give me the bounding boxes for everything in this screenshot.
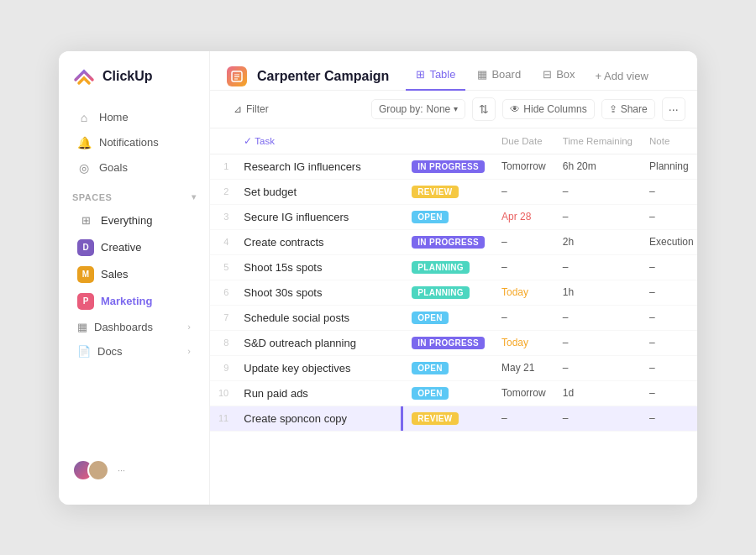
note-value: – (649, 412, 655, 424)
sidebar-item-everything[interactable]: ⊞ Everything (64, 207, 204, 234)
due-date-value: Tomorrow (501, 387, 546, 399)
table-row[interactable]: 7 Schedule social posts OPEN – – – (210, 305, 697, 330)
due-date-value: – (501, 236, 507, 248)
table-row[interactable]: 10 Run paid ads OPEN Tomorrow 1d – (210, 380, 697, 406)
main-content: Carpenter Campaign ⊞ Table ▦ Board ⊟ Box… (210, 51, 697, 505)
task-name-cell[interactable]: Research IG influencers (235, 154, 403, 179)
spaces-section: Spaces ▾ (59, 181, 209, 207)
due-date-value: Tomorrow (501, 160, 546, 172)
sidebar-item-sales[interactable]: M Sales (64, 261, 204, 288)
task-name-cell[interactable]: S&D outreach planning (235, 330, 403, 355)
status-cell[interactable]: PLANNING (403, 254, 493, 280)
row-num: 10 (210, 380, 235, 406)
task-name-cell[interactable]: Update key objectives (235, 355, 403, 380)
task-name-cell[interactable]: Set budget (235, 179, 403, 204)
time-remaining-cell: – (554, 355, 641, 380)
more-button[interactable]: ··· (662, 97, 685, 121)
sidebar-item-goals[interactable]: ◎ Goals (64, 155, 204, 181)
sort-button[interactable]: ⇅ (472, 97, 496, 121)
status-cell[interactable]: OPEN (403, 355, 493, 380)
status-cell[interactable]: PLANNING (403, 280, 493, 305)
task-name-cell[interactable]: Secure IG influencers (235, 204, 403, 229)
status-cell[interactable]: OPEN (403, 204, 493, 229)
hide-columns-button[interactable]: 👁 Hide Columns (502, 99, 594, 119)
status-cell[interactable]: OPEN (403, 380, 493, 406)
note-cell: Planning (641, 154, 697, 179)
creative-dot: D (77, 239, 94, 256)
status-cell[interactable]: IN PROGRESS (403, 330, 493, 355)
time-remaining-cell: – (554, 179, 641, 204)
status-cell[interactable]: IN PROGRESS (403, 154, 493, 179)
table-row[interactable]: 4 Create contracts IN PROGRESS – 2h Exec… (210, 229, 697, 254)
table-header-row: ✓ Task Due Date Time Remaining Note (210, 128, 697, 154)
status-cell[interactable]: IN PROGRESS (403, 229, 493, 254)
share-button[interactable]: ⇪ Share (601, 99, 655, 119)
sidebar-item-marketing[interactable]: P Marketing (64, 288, 204, 315)
tab-box[interactable]: ⊟ Box (533, 63, 585, 91)
task-name-cell[interactable]: Create contracts (235, 229, 403, 254)
row-num: 5 (210, 254, 235, 280)
table-row[interactable]: 5 Shoot 15s spots PLANNING – – – (210, 254, 697, 280)
table-row[interactable]: 11 Create sponcon copy REVIEW – – – (210, 406, 697, 431)
sidebar-item-home[interactable]: ⌂ Home (64, 105, 204, 130)
task-name: Create sponcon copy (244, 412, 347, 425)
table-row[interactable]: 3 Secure IG influencers OPEN Apr 28 – – (210, 204, 697, 229)
spaces-chevron[interactable]: ▾ (192, 192, 197, 202)
due-date-cell: Apr 28 (493, 204, 554, 229)
eye-icon: 👁 (510, 103, 520, 115)
task-rows: 1 Research IG influencers IN PROGRESS To… (210, 154, 697, 431)
sales-label: Sales (101, 268, 129, 280)
marketing-dot: P (77, 293, 94, 310)
task-name: Schedule social posts (244, 312, 349, 324)
task-name: Secure IG influencers (244, 211, 349, 223)
due-date-value: May 21 (501, 362, 534, 374)
time-remaining-value: – (563, 211, 569, 223)
note-cell: – (641, 330, 697, 355)
col-time-remaining[interactable]: Time Remaining (554, 128, 641, 154)
task-name-cell[interactable]: Schedule social posts (235, 305, 403, 330)
sidebar-notifications-label: Notifications (99, 136, 159, 149)
status-cell[interactable]: REVIEW (403, 179, 493, 204)
box-icon: ⊟ (543, 68, 552, 81)
status-cell[interactable]: OPEN (403, 305, 493, 330)
task-name-cell[interactable]: Create sponcon copy (235, 406, 403, 431)
status-badge: REVIEW (412, 186, 458, 198)
group-by-dropdown[interactable]: Group by: None ▾ (371, 99, 465, 119)
app-window: ClickUp ⌂ Home 🔔 Notifications ◎ Goals S… (59, 51, 697, 505)
time-remaining-cell: – (554, 406, 641, 431)
task-name: S&D outreach planning (244, 337, 356, 349)
avatar-more: ··· (118, 465, 125, 475)
table-row[interactable]: 6 Shoot 30s spots PLANNING Today 1h – (210, 280, 697, 305)
due-date-cell: – (493, 229, 554, 254)
sidebar-item-creative[interactable]: D Creative (64, 234, 204, 261)
sidebar-item-notifications[interactable]: 🔔 Notifications (64, 130, 204, 155)
table-row[interactable]: 8 S&D outreach planning IN PROGRESS Toda… (210, 330, 697, 355)
table-row[interactable]: 9 Update key objectives OPEN May 21 – – (210, 355, 697, 380)
tab-table[interactable]: ⊞ Table (406, 63, 465, 91)
col-task[interactable]: ✓ Task (235, 128, 403, 154)
row-num: 6 (210, 280, 235, 305)
status-cell[interactable]: REVIEW (403, 406, 493, 431)
table-row[interactable]: 1 Research IG influencers IN PROGRESS To… (210, 154, 697, 179)
sidebar-item-docs[interactable]: 📄 Docs › (64, 339, 204, 364)
note-cell: – (641, 406, 697, 431)
table-row[interactable]: 2 Set budget REVIEW – – – (210, 179, 697, 204)
col-note[interactable]: Note (641, 128, 697, 154)
task-name-cell[interactable]: Run paid ads (235, 380, 403, 406)
resize-handle[interactable] (401, 406, 403, 431)
bell-icon: 🔔 (77, 136, 91, 149)
due-date-cell: Today (493, 280, 554, 305)
task-name-cell[interactable]: Shoot 30s spots (235, 280, 403, 305)
time-remaining-value: – (563, 412, 569, 424)
note-cell: Execution (641, 229, 697, 254)
task-name-cell[interactable]: Shoot 15s spots (235, 254, 403, 280)
tab-board[interactable]: ▦ Board (467, 63, 531, 91)
col-due-date[interactable]: Due Date (493, 128, 554, 154)
board-icon: ▦ (477, 68, 487, 81)
note-cell: – (641, 179, 697, 204)
add-view-button[interactable]: + Add view (587, 65, 657, 87)
sidebar-item-dashboards[interactable]: ▦ Dashboards › (64, 315, 204, 339)
status-badge: IN PROGRESS (412, 236, 485, 249)
due-date-cell: May 21 (493, 355, 554, 380)
filter-button[interactable]: ⊿ Filter (227, 100, 276, 118)
